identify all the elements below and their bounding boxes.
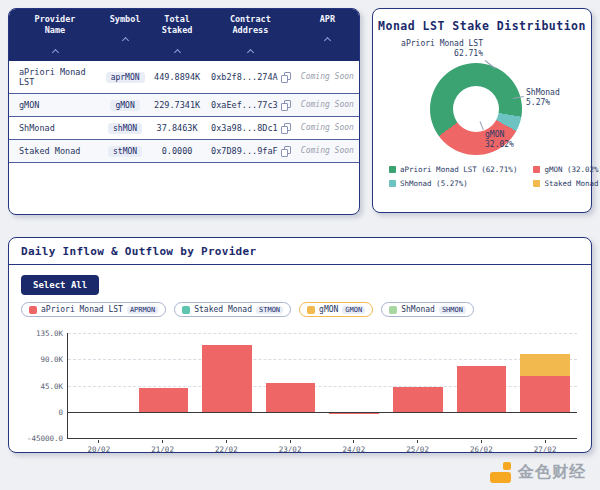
- column-header-total-staked[interactable]: TotalStaked: [149, 9, 205, 61]
- table-row: Staked MonadstMON0.00000x7D89...9faFComi…: [9, 139, 359, 162]
- column-header-provider-name[interactable]: ProviderName: [9, 9, 101, 61]
- contract-address-cell: 0x3a98...8Dc1: [205, 116, 296, 139]
- legend-label: aPriori Monad LST (62.71%): [400, 165, 517, 174]
- column-label: APR: [299, 14, 356, 25]
- apr-cell: Coming Soon: [296, 139, 359, 162]
- sort-caret-icon[interactable]: [174, 49, 181, 56]
- callout-pct: 5.27%: [526, 98, 560, 108]
- chip-badge: GMON: [342, 306, 365, 314]
- x-axis-tick-label: 24/02: [322, 440, 386, 454]
- total-staked-cell: 37.8463K: [149, 116, 205, 139]
- chip-label: ShMonad: [401, 305, 435, 314]
- bar-slots: [68, 333, 577, 438]
- callout-pct: 32.02%: [485, 140, 514, 150]
- symbol-cell: stMON: [101, 139, 149, 162]
- contract-address: 0xaEef...77c3: [211, 100, 278, 110]
- sort-caret-icon[interactable]: [51, 49, 58, 56]
- symbol-badge: stMON: [108, 146, 142, 157]
- column-header-contract-address[interactable]: ContractAddress: [205, 9, 296, 61]
- bar-slot-26-02: [450, 333, 514, 438]
- bar-apriori-monad-lst-22-02[interactable]: [202, 345, 252, 412]
- x-axis-tick-label: 22/02: [195, 440, 259, 454]
- provider-name-cell: Staked Monad: [9, 139, 101, 162]
- x-axis-tick-label: 23/02: [258, 440, 322, 454]
- inflow-outflow-panel: Daily Inflow & Outflow by Provider Selec…: [8, 237, 592, 453]
- y-axis-tick-label: 45.0K: [40, 381, 63, 390]
- legend-swatch-icon: [389, 180, 396, 187]
- sort-caret-icon[interactable]: [122, 37, 129, 44]
- total-staked-cell: 449.8894K: [149, 61, 205, 94]
- apr-cell: Coming Soon: [296, 93, 359, 116]
- bar-apriori-monad-lst-27-02[interactable]: [520, 376, 570, 412]
- contract-address-cell: 0xaEef...77c3: [205, 93, 296, 116]
- provider-name-cell: gMON: [9, 93, 101, 116]
- apr-cell: Coming Soon: [296, 61, 359, 94]
- legend-label: Staked Monad (0.00%): [544, 179, 600, 188]
- total-staked-cell: 0.0000: [149, 139, 205, 162]
- symbol-cell: aprMON: [101, 61, 149, 94]
- table-row: ShMonadshMON37.8463K0x3a98...8Dc1Coming …: [9, 116, 359, 139]
- chip-label: aPriori Monad LST: [41, 305, 123, 314]
- table-row: gMONgMON229.7341K0xaEef...77c3Coming Soo…: [9, 93, 359, 116]
- donut-callout-shmonad: ShMonad 5.27%: [526, 88, 560, 109]
- symbol-badge: shMON: [108, 123, 142, 134]
- bar-slot-23-02: [259, 333, 323, 438]
- bar-slot-21-02: [132, 333, 196, 438]
- copy-icon[interactable]: [281, 123, 290, 133]
- filter-chip-staked-monad[interactable]: Staked MonadSTMON: [174, 302, 291, 317]
- bar-gmon-27-02[interactable]: [520, 354, 570, 376]
- column-header-symbol[interactable]: Symbol: [101, 9, 149, 61]
- legend-item[interactable]: aPriori Monad LST (62.71%): [389, 165, 517, 174]
- symbol-badge: aprMON: [106, 72, 145, 83]
- column-label: Total: [152, 14, 202, 25]
- donut-callout-gmon: gMON 32.02%: [485, 130, 514, 151]
- chip-swatch-icon: [29, 306, 37, 314]
- legend-swatch-icon: [389, 166, 396, 173]
- stake-distribution-panel: Monad LST Stake Distribution aPriori Mon…: [372, 8, 592, 213]
- top-row: ProviderNameSymbolTotalStakedContractAdd…: [8, 8, 592, 215]
- bar-slot-27-02: [513, 333, 577, 438]
- filter-chip-apriori-monad-lst[interactable]: aPriori Monad LSTAPRMON: [21, 302, 166, 317]
- table-header-row: ProviderNameSymbolTotalStakedContractAdd…: [9, 9, 359, 61]
- column-label: Staked: [152, 25, 202, 36]
- legend-item[interactable]: Staked Monad (0.00%): [533, 179, 600, 188]
- filter-chip-gmon[interactable]: gMONGMON: [299, 302, 373, 317]
- bar-apriori-monad-lst-21-02[interactable]: [139, 388, 189, 412]
- column-header-apr[interactable]: APR: [296, 9, 359, 61]
- bar-apriori-monad-lst-25-02[interactable]: [393, 387, 443, 412]
- legend-swatch-icon: [533, 180, 540, 187]
- contract-address-cell: 0x7D89...9faF: [205, 139, 296, 162]
- bar-apriori-monad-lst-26-02[interactable]: [457, 366, 507, 412]
- contract-address: 0xb2f8...274A: [211, 72, 278, 82]
- watermark-text: 金色财经: [518, 462, 586, 483]
- x-axis-labels: 20/0221/0222/0223/0224/0225/0226/0227/02: [67, 440, 577, 454]
- filter-chip-shmonad[interactable]: ShMonadSHMON: [381, 302, 474, 317]
- bar-apriori-monad-lst-23-02[interactable]: [266, 383, 316, 412]
- legend-item[interactable]: ShMonad (5.27%): [389, 179, 517, 188]
- provider-table: ProviderNameSymbolTotalStakedContractAdd…: [9, 9, 359, 163]
- column-label: Name: [12, 25, 98, 36]
- copy-icon[interactable]: [281, 100, 290, 110]
- contract-address-cell: 0xb2f8...274A: [205, 61, 296, 94]
- chip-swatch-icon: [307, 306, 315, 314]
- sort-caret-icon[interactable]: [247, 49, 254, 56]
- select-all-button[interactable]: Select All: [21, 275, 99, 295]
- legend-label: gMON (32.02%): [544, 165, 600, 174]
- column-label: Address: [208, 25, 293, 36]
- provider-name-cell: aPriori Monad LST: [9, 61, 101, 94]
- symbol-cell: shMON: [101, 116, 149, 139]
- y-axis-tick-label: 90.0K: [40, 355, 63, 364]
- copy-icon[interactable]: [281, 72, 290, 82]
- legend-item[interactable]: gMON (32.02%): [533, 165, 600, 174]
- contract-address: 0x7D89...9faF: [211, 146, 278, 156]
- jinse-finance-logo-icon: [490, 462, 511, 483]
- donut-title: Monad LST Stake Distribution: [373, 19, 591, 33]
- copy-icon[interactable]: [281, 146, 290, 156]
- bar-slot-24-02: [323, 333, 387, 438]
- contract-address: 0x3a98...8Dc1: [211, 123, 278, 133]
- callout-name: aPriori Monad LST: [377, 39, 483, 49]
- x-axis-tick-label: 21/02: [131, 440, 195, 454]
- sort-caret-icon[interactable]: [324, 37, 331, 44]
- chart-controls: Select All aPriori Monad LSTAPRMONStaked…: [9, 265, 591, 319]
- chip-label: Staked Monad: [194, 305, 252, 314]
